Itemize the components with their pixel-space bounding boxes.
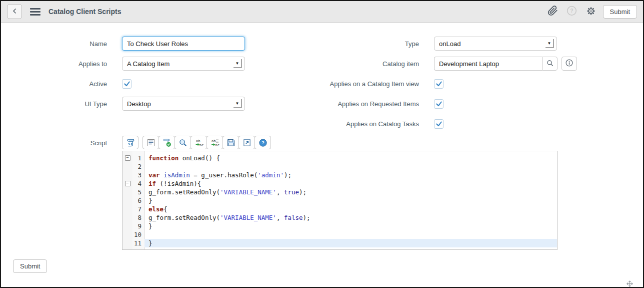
applies-on-catalog-tasks-checkbox[interactable] bbox=[434, 119, 444, 129]
find-button[interactable] bbox=[174, 136, 191, 149]
script-label: Script bbox=[1, 136, 107, 250]
fold-gutter bbox=[122, 171, 132, 179]
code-text[interactable]: } bbox=[144, 222, 557, 230]
menu-icon[interactable] bbox=[30, 8, 40, 16]
code-text[interactable]: var isAdmin = g_user.hasRole('admin'); bbox=[144, 171, 557, 179]
comment-button[interactable] bbox=[142, 136, 159, 149]
svg-text:ab: ab bbox=[212, 139, 216, 143]
format-code-button[interactable] bbox=[122, 136, 138, 149]
replace-button[interactable]: abac bbox=[190, 136, 207, 149]
applies-on-catalog-item-view-label: Applies on a Catalog Item view bbox=[322, 80, 419, 88]
applies-to-select[interactable]: A Catalog Item ▼ bbox=[122, 57, 245, 71]
code-token: function bbox=[148, 154, 178, 162]
fold-gutter bbox=[122, 222, 132, 230]
line-number: 7 bbox=[132, 205, 144, 213]
code-token: onLoad() { bbox=[178, 154, 220, 162]
line-number: 8 bbox=[132, 213, 144, 222]
page-title: Catalog Client Scripts bbox=[48, 8, 121, 16]
catalog-item-lookup-button[interactable] bbox=[542, 57, 558, 71]
code-token bbox=[160, 171, 164, 179]
form-column-right: Type onLoad ▼ Catalog item bbox=[322, 34, 643, 134]
code-token: } bbox=[148, 197, 152, 204]
back-button[interactable] bbox=[7, 4, 22, 19]
code-line-4[interactable]: −4if (!isAdmin){ bbox=[122, 179, 557, 188]
applies-on-requested-items-label: Applies on Requested Items bbox=[322, 100, 419, 108]
name-label: Name bbox=[1, 40, 107, 48]
script-editor[interactable]: −1function onLoad() {23var isAdmin = g_u… bbox=[122, 151, 558, 250]
code-token: { bbox=[164, 205, 168, 213]
ui-type-value: Desktop bbox=[122, 100, 234, 108]
editor-help-button[interactable]: ? bbox=[254, 136, 271, 149]
code-line-5[interactable]: 5g_form.setReadOnly('VARIABLE_NAME', tru… bbox=[122, 188, 557, 196]
script-section: Script abacabac? −1function onLoad() {23… bbox=[1, 136, 643, 250]
replace-icon: abac bbox=[194, 138, 204, 147]
applies-on-requested-items-checkbox[interactable] bbox=[434, 99, 444, 109]
code-line-9[interactable]: 9} bbox=[122, 222, 557, 230]
replace-all-button[interactable]: abac bbox=[206, 136, 223, 149]
fold-gutter[interactable]: − bbox=[122, 179, 132, 188]
catalog-item-input[interactable] bbox=[434, 57, 542, 71]
line-number: 6 bbox=[132, 196, 144, 205]
applies-on-catalog-item-view-checkbox[interactable] bbox=[434, 79, 444, 89]
footer-submit-button[interactable]: Submit bbox=[13, 259, 47, 273]
search-icon bbox=[546, 59, 554, 69]
applies-on-catalog-tasks-label: Applies on Catalog Tasks bbox=[322, 120, 419, 128]
code-text[interactable]: g_form.setReadOnly('VARIABLE_NAME', fals… bbox=[144, 213, 557, 222]
code-line-8[interactable]: 8g_form.setReadOnly('VARIABLE_NAME', fal… bbox=[122, 213, 557, 222]
fold-collapse-icon[interactable]: − bbox=[125, 181, 130, 186]
code-text[interactable]: } bbox=[144, 239, 557, 247]
line-number: 1 bbox=[132, 154, 144, 162]
line-number: 4 bbox=[132, 179, 144, 188]
replace-all-icon: abac bbox=[210, 138, 220, 147]
form-column-left: Name Applies to A Catalog Item ▼ Active … bbox=[1, 34, 322, 134]
chevron-down-icon: ▼ bbox=[234, 59, 242, 68]
code-text[interactable]: g_form.setReadOnly('VARIABLE_NAME', true… bbox=[144, 188, 557, 196]
active-label: Active bbox=[1, 80, 107, 88]
format-code-icon bbox=[126, 138, 135, 147]
script-toolbar: abacabac? bbox=[122, 136, 558, 149]
active-row: Active bbox=[1, 74, 322, 94]
attachment-icon bbox=[548, 6, 558, 18]
code-line-3[interactable]: 3var isAdmin = g_user.hasRole('admin'); bbox=[122, 171, 557, 179]
fold-collapse-icon[interactable]: − bbox=[125, 155, 130, 161]
code-token: false bbox=[284, 214, 303, 221]
code-token: ); bbox=[284, 171, 292, 179]
type-select[interactable]: onLoad ▼ bbox=[434, 37, 557, 51]
code-line-1[interactable]: −1function onLoad() { bbox=[122, 154, 557, 162]
save-button[interactable] bbox=[222, 136, 239, 149]
line-number: 11 bbox=[132, 239, 144, 247]
applies-on-catalog-tasks-row: Applies on Catalog Tasks bbox=[322, 114, 643, 134]
name-row: Name bbox=[1, 34, 322, 54]
code-line-2[interactable]: 2 bbox=[122, 162, 557, 171]
form-body: Name Applies to A Catalog Item ▼ Active … bbox=[1, 23, 643, 273]
ui-type-select[interactable]: Desktop ▼ bbox=[122, 97, 245, 111]
code-text[interactable]: } bbox=[144, 196, 557, 205]
code-text[interactable]: if (!isAdmin){ bbox=[144, 179, 557, 188]
help-button[interactable]: ? bbox=[565, 5, 579, 19]
fold-gutter[interactable]: − bbox=[122, 154, 132, 162]
code-line-10[interactable]: 10 bbox=[122, 230, 557, 239]
code-text[interactable] bbox=[144, 230, 557, 239]
code-line-6[interactable]: 6} bbox=[122, 196, 557, 205]
ui-type-row: UI Type Desktop ▼ bbox=[1, 94, 322, 114]
code-token: = g_user.hasRole( bbox=[190, 171, 258, 179]
code-text[interactable] bbox=[144, 162, 557, 171]
code-text[interactable]: function onLoad() { bbox=[144, 154, 557, 162]
syntax-check-button[interactable] bbox=[158, 136, 175, 149]
pop-out-button[interactable] bbox=[238, 136, 255, 149]
fold-gutter bbox=[122, 239, 132, 247]
name-input[interactable] bbox=[122, 37, 245, 51]
svg-text:ac: ac bbox=[200, 143, 204, 147]
catalog-item-info-button[interactable] bbox=[562, 57, 577, 71]
header-submit-button[interactable]: Submit bbox=[603, 5, 637, 19]
settings-button[interactable] bbox=[584, 5, 598, 19]
code-token: } bbox=[148, 239, 152, 247]
code-line-11[interactable]: 11} bbox=[122, 239, 557, 247]
active-checkbox[interactable] bbox=[122, 79, 132, 89]
code-line-7[interactable]: 7else{ bbox=[122, 205, 557, 213]
code-token: g_form.setReadOnly( bbox=[148, 188, 220, 196]
code-token: 'admin' bbox=[258, 171, 284, 179]
code-token: isAdmin bbox=[164, 171, 190, 179]
attachment-button[interactable] bbox=[546, 5, 560, 19]
code-text[interactable]: else{ bbox=[144, 205, 557, 213]
